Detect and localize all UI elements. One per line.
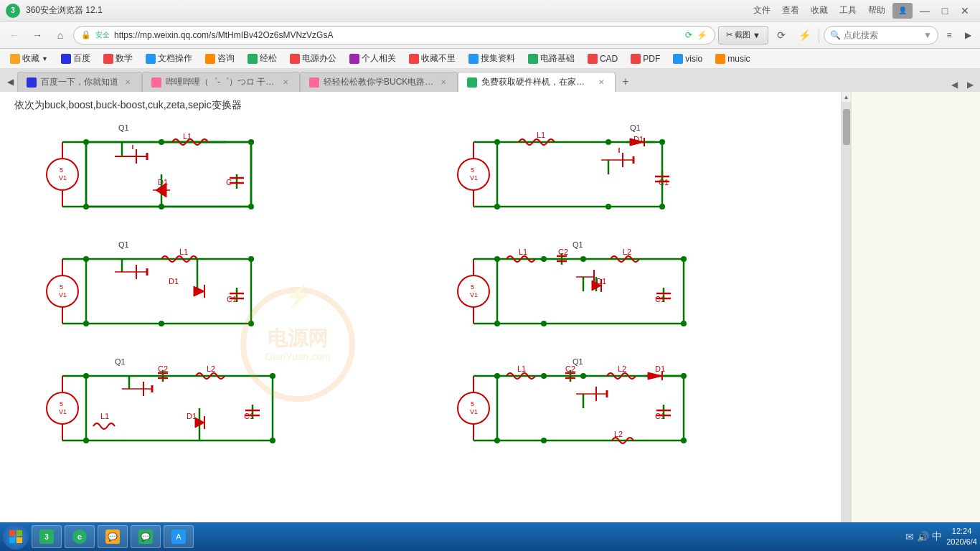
screenshot-button[interactable]: ✂ 截图 ▼ — [718, 26, 768, 44]
bookmark-cad[interactable]: CAD — [582, 51, 623, 67]
tab-back-button[interactable]: ◀ — [947, 77, 961, 92]
tab-baidu-icon — [27, 77, 37, 88]
bookmark-zixun[interactable]: 咨询 — [199, 51, 240, 67]
tab-list-button[interactable]: ◀ — [3, 72, 17, 92]
expand-nav-button[interactable]: ▶ — [960, 26, 976, 44]
address-bar[interactable]: 🔒 安全 https://mp.weixin.qq.com/s/MtHmIBv4… — [73, 26, 715, 44]
svg-text:V1: V1 — [59, 408, 67, 415]
buckboost-circuit: Q1 D1 L1 — [22, 237, 418, 340]
bookmark-baidu[interactable]: 百度 — [55, 51, 96, 67]
svg-text:L1: L1 — [517, 364, 526, 373]
taskbar-wechat[interactable]: 💬 — [131, 525, 161, 548]
url-text: https://mp.weixin.qq.com/s/MtHmIBv42Oz6s… — [114, 30, 681, 40]
tab-bilibili2-close[interactable]: ✕ — [438, 77, 448, 88]
browser-taskbar-icon: 3 — [39, 529, 54, 544]
settings-button[interactable]: ≡ — [941, 26, 957, 44]
svg-point-191 — [541, 373, 547, 379]
tab-bilibili2[interactable]: 轻轻松松教你学BUCK电路_哔哩... ✕ — [300, 72, 458, 92]
scroll-track[interactable] — [842, 102, 852, 541]
close-button[interactable]: ✕ — [956, 4, 974, 18]
svg-point-33 — [159, 139, 164, 145]
user-avatar[interactable]: 👤 — [892, 3, 913, 19]
scroll-up-button[interactable]: ▲ — [842, 92, 852, 102]
new-tab-button[interactable]: + — [616, 72, 636, 92]
svg-rect-1 — [86, 142, 251, 207]
scroll-thumb[interactable] — [843, 109, 850, 145]
taskbar-app[interactable]: A — [164, 525, 194, 548]
bookmark-pdf[interactable]: PDF — [625, 51, 666, 67]
search-box[interactable]: 🔍 ▼ — [824, 26, 938, 44]
bookmark-jingong[interactable]: 经松 — [242, 51, 283, 67]
jingong-icon — [248, 54, 258, 64]
article-body: 依次为buck,boost,buck-boost,cuk,zeta,sepic变… — [0, 92, 851, 551]
tab-bilibili1-close[interactable]: ✕ — [281, 77, 291, 88]
svg-point-92 — [159, 321, 164, 326]
title-menu: 文件 查看 收藏 工具 帮助 👤 — □ ✕ — [749, 3, 974, 19]
tray-sound-icon[interactable]: 🔊 — [917, 531, 929, 542]
bookmark-dianyuan[interactable]: 电源办公 — [284, 51, 342, 67]
bookmark-search[interactable]: 搜集资料 — [463, 51, 521, 67]
bookmark-visio[interactable]: visio — [667, 51, 708, 67]
bookmark-collections[interactable]: 收藏 ▼ — [4, 51, 54, 67]
back-button[interactable]: ← — [4, 26, 24, 44]
refresh-button[interactable]: ⟳ — [685, 30, 692, 40]
tab-bar: ◀ 百度一下，你就知道 ✕ 哔哩哔哩（゜-゜）つロ 干杯~-bili... ✕ … — [0, 69, 980, 92]
svg-rect-194 — [9, 530, 15, 536]
menu-file[interactable]: 文件 — [749, 4, 775, 17]
menu-help[interactable]: 帮助 — [864, 4, 890, 17]
menu-favorites[interactable]: 收藏 — [806, 4, 832, 17]
expand-icon: ▼ — [753, 31, 760, 39]
tab-baidu-close[interactable]: ✕ — [123, 77, 133, 88]
tab-bilibili1[interactable]: 哔哩哔哩（゜-゜）つロ 干杯~-bili... ✕ — [142, 72, 300, 92]
search-input[interactable] — [844, 30, 920, 40]
svg-point-120 — [494, 321, 500, 326]
bookmark-circuits[interactable]: 电路基础 — [522, 51, 580, 67]
tray-mail-icon[interactable]: ✉ — [905, 531, 914, 542]
menu-view[interactable]: 查看 — [778, 4, 804, 17]
cad-icon — [588, 54, 598, 64]
tray-ime-icon[interactable]: 中 — [932, 530, 942, 543]
zeta-circuit: Q1 L1 C2 — [22, 354, 418, 457]
tab-weixin-close[interactable]: ✕ — [596, 77, 606, 88]
tab-baidu[interactable]: 百度一下，你就知道 ✕ — [17, 72, 142, 92]
bookmark-math[interactable]: 数学 — [98, 51, 138, 67]
svg-rect-195 — [17, 530, 22, 536]
taskbar-browser[interactable]: 3 — [32, 525, 62, 548]
svg-point-91 — [248, 321, 254, 326]
bookmark-docs[interactable]: 文档操作 — [140, 51, 198, 67]
taskbar-chat[interactable]: 💬 — [98, 525, 128, 548]
ssl-lock-icon: 🔒 — [81, 30, 91, 39]
system-tray: ✉ 🔊 中 — [905, 530, 942, 543]
boost-svg: Q1 D1 L1 — [433, 121, 691, 221]
forward-button[interactable]: → — [27, 26, 47, 44]
maximize-button[interactable]: □ — [936, 4, 954, 18]
zeta-svg: Q1 L1 C2 — [22, 354, 280, 455]
svg-text:L2: L2 — [623, 248, 631, 256]
start-button[interactable] — [3, 524, 29, 550]
tab-weixin[interactable]: 免费获取硬件样机，在家也能学 ✕ — [458, 72, 616, 92]
svg-text:D1: D1 — [169, 277, 179, 286]
clock-time: 12:24 — [946, 526, 977, 537]
scrollbar-right[interactable]: ▲ ▼ — [841, 92, 851, 551]
svg-text:V1: V1 — [470, 174, 478, 182]
menu-tools[interactable]: 工具 — [835, 4, 861, 17]
minimize-button[interactable]: — — [915, 4, 934, 18]
svg-point-193 — [580, 373, 586, 379]
svg-point-192 — [541, 438, 547, 443]
star-icon — [10, 54, 20, 64]
svg-point-188 — [494, 438, 500, 443]
bookmark-collections2[interactable]: 收藏不里 — [403, 51, 461, 67]
ie-taskbar-icon: e — [72, 529, 87, 544]
taskbar-ie[interactable]: e — [65, 525, 95, 548]
speed-dial-button[interactable]: ⚡ — [794, 26, 814, 44]
refresh-nav-button[interactable]: ⟳ — [771, 26, 791, 44]
system-clock[interactable]: 12:24 2020/6/4 — [946, 526, 977, 548]
bookmark-music[interactable]: music — [710, 51, 755, 67]
svg-point-89 — [83, 321, 89, 326]
music-icon — [715, 54, 725, 64]
tab-forward-button[interactable]: ▶ — [963, 77, 977, 92]
svg-point-30 — [83, 204, 89, 209]
cuk-svg: Q1 L1 C2 L2 — [433, 237, 691, 338]
home-button[interactable]: ⌂ — [50, 26, 70, 44]
bookmark-personal[interactable]: 个人相关 — [344, 51, 402, 67]
